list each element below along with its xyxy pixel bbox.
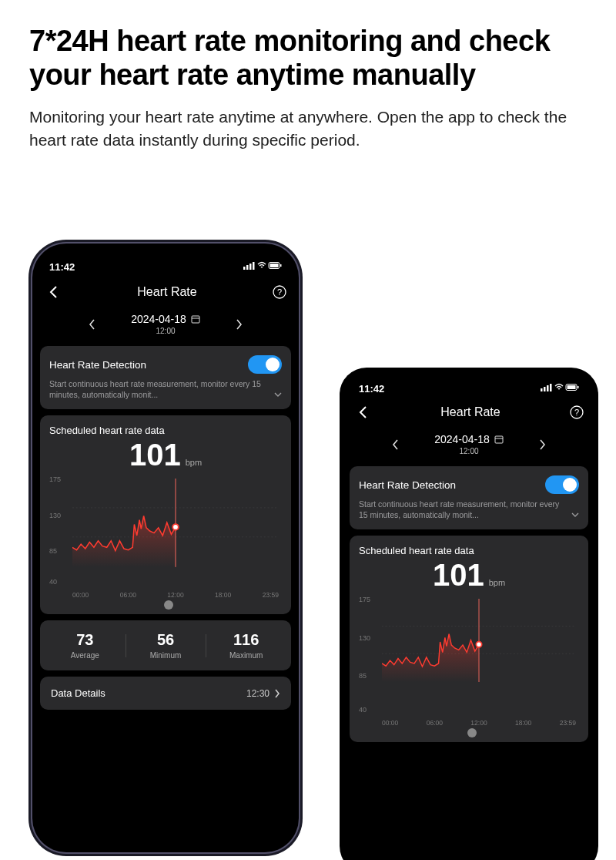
date-text: 2024-04-18: [131, 313, 186, 325]
detection-description[interactable]: Start continuous heart rate measurement,…: [359, 499, 579, 520]
hero-title: 7*24H heart rate monitoring and check yo…: [29, 25, 587, 92]
date-prev-button[interactable]: [83, 316, 100, 333]
slider-knob[interactable]: [467, 728, 477, 737]
time-slider[interactable]: [382, 728, 556, 739]
detection-card: Heart Rate Detection Start continuous he…: [350, 466, 588, 529]
help-button[interactable]: ?: [570, 405, 584, 419]
chart-area[interactable]: 175 130 85 40: [49, 475, 282, 583]
chart-unit: bpm: [489, 578, 505, 587]
calendar-icon: [494, 435, 504, 444]
chart-title: Scheduled heart rate data: [359, 545, 579, 556]
chart-current: 101 bpm: [359, 558, 579, 593]
xaxis: 00:00 06:00 12:00 18:00 23:59: [49, 583, 282, 599]
svg-point-29: [476, 642, 481, 647]
detection-toggle[interactable]: [545, 475, 579, 494]
svg-rect-6: [280, 264, 282, 267]
phones-container: 11:42 Heart Rate ? 2024-04-18 12:00: [0, 244, 616, 860]
date-display[interactable]: 2024-04-18 12:00: [131, 313, 200, 335]
xtick: 00:00: [72, 591, 89, 599]
data-details-time: 12:30: [246, 688, 270, 699]
detection-toggle[interactable]: [248, 355, 282, 374]
xtick: 00:00: [382, 719, 398, 727]
chart-card: Scheduled heart rate data 101 bpm 175 13…: [40, 415, 291, 614]
status-icons: [243, 261, 282, 273]
status-time: 11:42: [49, 261, 75, 273]
calendar-icon: [191, 314, 200, 324]
detection-title: Heart Rate Detection: [49, 359, 146, 371]
chevron-right-icon: [274, 689, 280, 698]
stat-average: 73 Average: [45, 631, 126, 660]
page-title: Heart Rate: [137, 285, 196, 299]
date-next-button[interactable]: [534, 436, 551, 453]
notch: [108, 244, 223, 264]
stat-minimum: 56 Minimum: [126, 631, 206, 660]
date-next-button[interactable]: [231, 316, 248, 333]
ytick: 40: [359, 706, 367, 714]
date-prev-button[interactable]: [387, 436, 403, 453]
status-time: 11:42: [359, 383, 384, 395]
back-button[interactable]: [354, 404, 371, 421]
svg-rect-16: [544, 387, 546, 391]
phone-primary: 11:42 Heart Rate ? 2024-04-18 12:00: [32, 244, 299, 852]
phone-secondary: 11:42 Heart Rate ? 2024-04-18 12:00: [342, 370, 596, 860]
xaxis: 00:00 06:00 12:00 18:00 23:59: [359, 711, 579, 727]
xtick: 06:00: [120, 591, 136, 599]
detection-description[interactable]: Start continuous heart rate measurement,…: [49, 378, 282, 400]
ytick: 175: [49, 475, 61, 483]
xtick: 23:59: [263, 591, 279, 599]
chart-card: Scheduled heart rate data 101 bpm 175 13…: [350, 536, 588, 742]
nav-bar: Heart Rate ?: [342, 399, 596, 427]
chart-unit: bpm: [186, 458, 202, 467]
chevron-down-icon: [274, 389, 282, 400]
ytick: 85: [49, 547, 57, 555]
xtick: 18:00: [515, 719, 531, 727]
svg-rect-18: [550, 384, 552, 391]
date-selector: 2024-04-18 12:00: [342, 427, 596, 460]
svg-rect-0: [243, 267, 246, 270]
svg-text:?: ?: [574, 408, 579, 417]
svg-rect-5: [270, 264, 279, 267]
detection-card: Heart Rate Detection Start continuous he…: [40, 346, 291, 409]
chevron-down-icon: [571, 509, 579, 520]
chart-current: 101 bpm: [49, 438, 282, 472]
chart-current-value: 101: [129, 438, 181, 472]
page-title: Heart Rate: [440, 405, 500, 419]
ytick: 130: [49, 512, 61, 519]
status-bar: 11:42: [342, 370, 596, 399]
chart-svg: [382, 599, 576, 682]
slider-knob[interactable]: [164, 600, 173, 610]
stat-maximum: 116 Maximum: [206, 631, 286, 660]
chart-area[interactable]: 175 130 85 40: [359, 596, 579, 711]
date-selector: 2024-04-18 12:00: [32, 307, 299, 340]
svg-rect-17: [547, 385, 549, 391]
svg-rect-15: [541, 388, 543, 391]
detection-title: Heart Rate Detection: [359, 479, 456, 491]
data-details-row[interactable]: Data Details 12:30: [40, 677, 291, 710]
svg-rect-9: [192, 316, 199, 323]
svg-rect-2: [249, 264, 252, 270]
xtick: 12:00: [470, 719, 487, 727]
ytick: 40: [49, 578, 57, 586]
svg-rect-3: [253, 262, 255, 270]
ytick: 85: [359, 672, 367, 680]
svg-rect-21: [578, 386, 579, 388]
svg-text:?: ?: [277, 287, 282, 297]
chart-current-value: 101: [433, 558, 484, 593]
ytick: 130: [359, 634, 370, 642]
ytick: 175: [359, 596, 370, 603]
stats-card: 73 Average 56 Minimum 116 Maximum: [40, 620, 291, 670]
time-slider[interactable]: [72, 600, 259, 611]
help-button[interactable]: ?: [273, 285, 286, 299]
nav-bar: Heart Rate ?: [32, 279, 299, 307]
xtick: 12:00: [167, 591, 183, 599]
hero-subtitle: Monitoring your heart rate anytime at an…: [29, 106, 587, 151]
status-icons: [541, 383, 579, 395]
svg-rect-1: [246, 265, 249, 270]
chart-title: Scheduled heart rate data: [49, 425, 282, 436]
svg-point-14: [172, 524, 179, 530]
back-button[interactable]: [45, 284, 62, 301]
chart-svg: [72, 479, 279, 567]
date-display[interactable]: 2024-04-18 12:00: [434, 433, 504, 455]
svg-rect-20: [567, 385, 576, 389]
xtick: 18:00: [215, 591, 231, 599]
